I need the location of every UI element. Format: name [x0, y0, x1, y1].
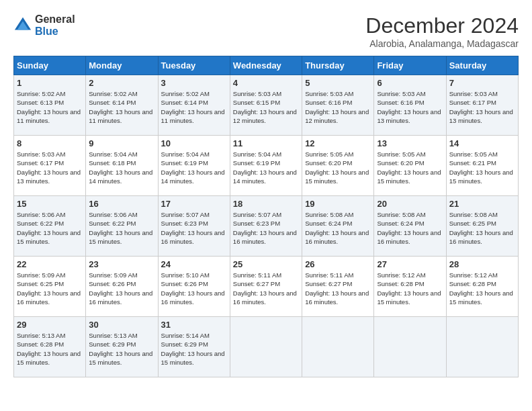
day-number: 4 [233, 78, 299, 88]
day-number: 7 [449, 78, 515, 88]
day-info: Sunrise: 5:08 AM Sunset: 6:24 PM Dayligh… [377, 210, 443, 246]
day-number: 11 [233, 138, 299, 148]
day-info: Sunrise: 5:03 AM Sunset: 6:17 PM Dayligh… [449, 89, 515, 125]
calendar-day-cell: 29 Sunrise: 5:13 AM Sunset: 6:28 PM Dayl… [14, 317, 86, 377]
calendar-day-cell: 2 Sunrise: 5:02 AM Sunset: 6:14 PM Dayli… [86, 75, 158, 136]
day-number: 31 [161, 320, 227, 330]
day-info: Sunrise: 5:06 AM Sunset: 6:22 PM Dayligh… [17, 210, 83, 246]
weekday-header: Tuesday [158, 56, 230, 75]
day-info: Sunrise: 5:02 AM Sunset: 6:14 PM Dayligh… [89, 89, 154, 125]
header-area: General Blue December 2024 Alarobia, Ana… [13, 13, 519, 49]
calendar-week-row: 15 Sunrise: 5:06 AM Sunset: 6:22 PM Dayl… [14, 196, 519, 257]
calendar-day-cell: 15 Sunrise: 5:06 AM Sunset: 6:22 PM Dayl… [14, 196, 86, 257]
day-info: Sunrise: 5:03 AM Sunset: 6:16 PM Dayligh… [377, 89, 443, 125]
calendar-day-cell [374, 317, 446, 377]
logo-icon [13, 16, 32, 35]
day-info: Sunrise: 5:12 AM Sunset: 6:28 PM Dayligh… [449, 271, 515, 306]
day-info: Sunrise: 5:06 AM Sunset: 6:22 PM Dayligh… [89, 210, 154, 246]
day-info: Sunrise: 5:04 AM Sunset: 6:19 PM Dayligh… [233, 150, 299, 185]
calendar-day-cell: 16 Sunrise: 5:06 AM Sunset: 6:22 PM Dayl… [86, 196, 158, 257]
day-number: 23 [89, 259, 154, 269]
calendar-day-cell: 30 Sunrise: 5:13 AM Sunset: 6:29 PM Dayl… [86, 317, 158, 377]
weekday-header: Sunday [14, 56, 86, 75]
calendar-day-cell: 6 Sunrise: 5:03 AM Sunset: 6:16 PM Dayli… [374, 75, 446, 136]
calendar-day-cell: 10 Sunrise: 5:04 AM Sunset: 6:19 PM Dayl… [158, 136, 230, 196]
calendar-day-cell: 9 Sunrise: 5:04 AM Sunset: 6:18 PM Dayli… [86, 136, 158, 196]
day-info: Sunrise: 5:03 AM Sunset: 6:17 PM Dayligh… [17, 150, 83, 185]
day-info: Sunrise: 5:10 AM Sunset: 6:26 PM Dayligh… [161, 271, 227, 306]
calendar-day-cell: 8 Sunrise: 5:03 AM Sunset: 6:17 PM Dayli… [14, 136, 86, 196]
calendar-day-cell: 7 Sunrise: 5:03 AM Sunset: 6:17 PM Dayli… [446, 75, 518, 136]
day-number: 3 [161, 78, 227, 88]
day-number: 6 [377, 78, 443, 88]
calendar-day-cell: 17 Sunrise: 5:07 AM Sunset: 6:23 PM Dayl… [158, 196, 230, 257]
day-number: 2 [89, 78, 154, 88]
calendar-week-row: 8 Sunrise: 5:03 AM Sunset: 6:17 PM Dayli… [14, 136, 519, 196]
day-info: Sunrise: 5:08 AM Sunset: 6:24 PM Dayligh… [305, 210, 371, 246]
day-number: 20 [377, 199, 443, 209]
day-number: 1 [17, 78, 83, 88]
day-info: Sunrise: 5:04 AM Sunset: 6:18 PM Dayligh… [89, 150, 154, 185]
day-number: 16 [89, 199, 154, 209]
day-number: 26 [305, 259, 371, 269]
day-number: 17 [161, 199, 227, 209]
month-title: December 2024 [365, 13, 519, 38]
day-info: Sunrise: 5:04 AM Sunset: 6:19 PM Dayligh… [161, 150, 227, 185]
calendar-week-row: 29 Sunrise: 5:13 AM Sunset: 6:28 PM Dayl… [14, 317, 519, 377]
day-info: Sunrise: 5:13 AM Sunset: 6:28 PM Dayligh… [17, 331, 83, 367]
day-number: 12 [305, 138, 371, 148]
day-number: 25 [233, 259, 299, 269]
calendar-day-cell: 26 Sunrise: 5:11 AM Sunset: 6:27 PM Dayl… [302, 257, 374, 317]
calendar-day-cell: 19 Sunrise: 5:08 AM Sunset: 6:24 PM Dayl… [302, 196, 374, 257]
calendar-day-cell: 20 Sunrise: 5:08 AM Sunset: 6:24 PM Dayl… [374, 196, 446, 257]
calendar-day-cell: 27 Sunrise: 5:12 AM Sunset: 6:28 PM Dayl… [374, 257, 446, 317]
day-info: Sunrise: 5:13 AM Sunset: 6:29 PM Dayligh… [89, 331, 154, 367]
logo: General Blue [13, 13, 75, 37]
weekday-header: Wednesday [230, 56, 302, 75]
day-number: 18 [233, 199, 299, 209]
weekday-header: Thursday [302, 56, 374, 75]
day-info: Sunrise: 5:11 AM Sunset: 6:27 PM Dayligh… [233, 271, 299, 306]
calendar-day-cell: 21 Sunrise: 5:08 AM Sunset: 6:25 PM Dayl… [446, 196, 518, 257]
day-info: Sunrise: 5:08 AM Sunset: 6:25 PM Dayligh… [449, 210, 515, 246]
calendar-day-cell: 14 Sunrise: 5:05 AM Sunset: 6:21 PM Dayl… [446, 136, 518, 196]
day-info: Sunrise: 5:09 AM Sunset: 6:26 PM Dayligh… [89, 271, 154, 306]
calendar-day-cell: 22 Sunrise: 5:09 AM Sunset: 6:25 PM Dayl… [14, 257, 86, 317]
day-number: 8 [17, 138, 83, 148]
weekday-header-row: SundayMondayTuesdayWednesdayThursdayFrid… [14, 56, 519, 75]
day-info: Sunrise: 5:02 AM Sunset: 6:13 PM Dayligh… [17, 89, 83, 125]
day-info: Sunrise: 5:07 AM Sunset: 6:23 PM Dayligh… [233, 210, 299, 246]
day-info: Sunrise: 5:03 AM Sunset: 6:16 PM Dayligh… [305, 89, 371, 125]
calendar-week-row: 22 Sunrise: 5:09 AM Sunset: 6:25 PM Dayl… [14, 257, 519, 317]
day-number: 5 [305, 78, 371, 88]
calendar-day-cell: 28 Sunrise: 5:12 AM Sunset: 6:28 PM Dayl… [446, 257, 518, 317]
day-number: 27 [377, 259, 443, 269]
day-number: 21 [449, 199, 515, 209]
day-number: 28 [449, 259, 515, 269]
day-number: 9 [89, 138, 154, 148]
day-info: Sunrise: 5:05 AM Sunset: 6:20 PM Dayligh… [377, 150, 443, 185]
calendar-day-cell: 11 Sunrise: 5:04 AM Sunset: 6:19 PM Dayl… [230, 136, 302, 196]
calendar-day-cell: 13 Sunrise: 5:05 AM Sunset: 6:20 PM Dayl… [374, 136, 446, 196]
calendar-day-cell: 23 Sunrise: 5:09 AM Sunset: 6:26 PM Dayl… [86, 257, 158, 317]
calendar-day-cell: 1 Sunrise: 5:02 AM Sunset: 6:13 PM Dayli… [14, 75, 86, 136]
calendar-day-cell: 24 Sunrise: 5:10 AM Sunset: 6:26 PM Dayl… [158, 257, 230, 317]
day-number: 15 [17, 199, 83, 209]
day-number: 13 [377, 138, 443, 148]
day-number: 10 [161, 138, 227, 148]
day-number: 22 [17, 259, 83, 269]
day-number: 29 [17, 320, 83, 330]
calendar-week-row: 1 Sunrise: 5:02 AM Sunset: 6:13 PM Dayli… [14, 75, 519, 136]
calendar-day-cell: 25 Sunrise: 5:11 AM Sunset: 6:27 PM Dayl… [230, 257, 302, 317]
day-info: Sunrise: 5:11 AM Sunset: 6:27 PM Dayligh… [305, 271, 371, 306]
calendar-day-cell: 12 Sunrise: 5:05 AM Sunset: 6:20 PM Dayl… [302, 136, 374, 196]
logo-text: General Blue [35, 13, 75, 37]
day-info: Sunrise: 5:03 AM Sunset: 6:15 PM Dayligh… [233, 89, 299, 125]
day-number: 30 [89, 320, 154, 330]
calendar-day-cell [230, 317, 302, 377]
weekday-header: Saturday [446, 56, 518, 75]
day-info: Sunrise: 5:05 AM Sunset: 6:20 PM Dayligh… [305, 150, 371, 185]
calendar-day-cell: 18 Sunrise: 5:07 AM Sunset: 6:23 PM Dayl… [230, 196, 302, 257]
day-number: 19 [305, 199, 371, 209]
weekday-header: Friday [374, 56, 446, 75]
